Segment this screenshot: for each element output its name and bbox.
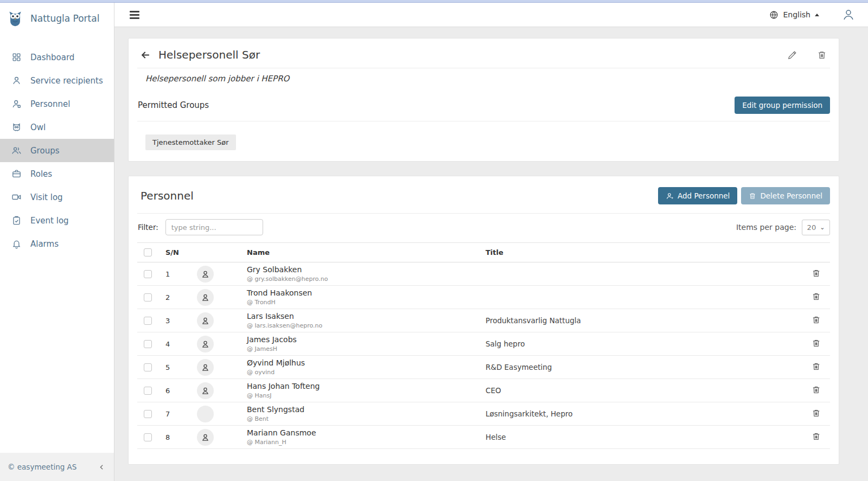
sidebar-item-event-log[interactable]: Event log — [0, 209, 114, 232]
copyright-text: © easymeeting AS — [8, 463, 76, 471]
sidebar-item-label: Dashboard — [30, 53, 74, 62]
topbar: English — [114, 0, 868, 27]
delete-personnel-label: Delete Personnel — [760, 191, 822, 200]
trash-icon — [812, 385, 821, 394]
main-content: Helsepersonell Sør Helsepersonell som jo… — [114, 27, 868, 481]
person-title: Produktansvarlig Nattugla — [486, 316, 581, 325]
person-icon — [201, 363, 210, 372]
edit-group-permission-button[interactable]: Edit group permission — [735, 97, 830, 114]
row-delete-button[interactable] — [812, 362, 821, 371]
select-all-checkbox[interactable] — [144, 248, 152, 256]
row-serial: 2 — [165, 293, 170, 302]
row-delete-button[interactable] — [812, 432, 821, 441]
delete-personnel-button[interactable]: Delete Personnel — [741, 187, 830, 204]
trash-icon — [812, 315, 821, 324]
items-per-page-select[interactable]: 20 ⌄ — [802, 220, 830, 235]
add-personnel-button[interactable]: Add Personnel — [658, 187, 737, 204]
pencil-icon — [787, 50, 797, 60]
row-delete-button[interactable] — [812, 315, 821, 324]
avatar — [197, 359, 214, 376]
sidebar-item-label: Groups — [30, 146, 59, 156]
person-name: James Jacobs — [247, 335, 477, 344]
person-icon — [201, 293, 210, 302]
filter-input[interactable] — [165, 219, 263, 235]
person-username: @ oyvind — [247, 369, 477, 376]
table-row: 6 Hans Johan Tofteng @ HansJ CEO — [137, 379, 830, 402]
page-title: Helsepersonell Sør — [158, 48, 778, 61]
person-title: Løsningsarkitekt, Hepro — [486, 409, 573, 418]
person-username: @ HansJ — [247, 392, 477, 399]
person-name: Gry Solbakken — [247, 265, 477, 274]
avatar — [197, 406, 214, 422]
person-username: @ gry.solbakken@hepro.no — [247, 275, 477, 283]
row-checkbox[interactable] — [144, 293, 152, 302]
trash-icon — [812, 408, 821, 418]
sidebar-item-service-recipients[interactable]: Service recipients — [0, 69, 114, 92]
user-icon — [842, 8, 855, 21]
dashboard-icon — [11, 52, 22, 62]
brand: Nattugla Portal — [0, 3, 114, 33]
sidebar-item-dashboard[interactable]: Dashboard — [0, 46, 114, 69]
person-icon — [201, 316, 210, 325]
sidebar-item-visit-log[interactable]: Visit log — [0, 185, 114, 209]
globe-icon — [769, 10, 778, 20]
row-serial: 1 — [165, 270, 170, 278]
hamburger-menu-button[interactable] — [127, 9, 142, 21]
language-selector[interactable]: English — [769, 10, 819, 20]
sidebar-collapse-button[interactable] — [98, 464, 105, 471]
person-name: Hans Johan Tofteng — [247, 382, 477, 390]
person-icon — [201, 270, 210, 279]
row-checkbox[interactable] — [144, 340, 152, 348]
avatar — [197, 289, 214, 306]
person-add-icon — [666, 192, 674, 200]
row-delete-button[interactable] — [812, 292, 821, 301]
row-delete-button[interactable] — [812, 408, 821, 418]
person-title: CEO — [486, 386, 501, 395]
row-checkbox[interactable] — [144, 270, 152, 278]
row-serial: 7 — [165, 410, 170, 418]
row-delete-button[interactable] — [812, 385, 821, 394]
table-row: 2 Trond Haakonsen @ TrondH — [137, 286, 830, 309]
account-button[interactable] — [842, 8, 855, 21]
clipboard-check-icon — [11, 215, 22, 226]
row-delete-button[interactable] — [812, 268, 821, 278]
sidebar-item-label: Visit log — [30, 193, 63, 202]
back-button[interactable] — [141, 50, 151, 60]
row-checkbox[interactable] — [144, 387, 152, 395]
sidebar-item-label: Owl — [30, 123, 46, 132]
people-icon — [11, 145, 22, 156]
trash-icon — [817, 50, 827, 60]
row-checkbox[interactable] — [144, 433, 152, 441]
person-name: Trond Haakonsen — [247, 288, 477, 297]
table-row: 5 Øyvind Mjølhus @ oyvind R&D Easymeetin… — [137, 356, 830, 379]
column-header-name: Name — [242, 243, 481, 262]
avatar — [197, 429, 214, 446]
sidebar-item-owl[interactable]: Owl — [0, 116, 114, 139]
person-username: @ JamesH — [247, 345, 477, 352]
person-title: Helse — [486, 433, 506, 441]
person-name: Lars Isaksen — [247, 312, 477, 320]
sidebar-item-personnel[interactable]: Personnel — [0, 92, 114, 116]
sidebar: Nattugla Portal Dashboard Service recipi… — [0, 0, 114, 481]
delete-group-button[interactable] — [816, 49, 828, 61]
person-username: @ lars.isaksen@hepro.no — [247, 322, 477, 329]
person-name: Bent Slyngstad — [247, 405, 477, 414]
person-name: Øyvind Mjølhus — [247, 358, 477, 367]
sidebar-item-roles[interactable]: Roles — [0, 162, 114, 185]
row-checkbox[interactable] — [144, 363, 152, 371]
edit-group-button[interactable] — [786, 49, 799, 61]
row-checkbox[interactable] — [144, 410, 152, 418]
person-icon — [11, 75, 22, 86]
row-delete-button[interactable] — [812, 338, 821, 348]
sidebar-footer: © easymeeting AS — [0, 453, 114, 481]
sidebar-item-groups[interactable]: Groups — [0, 139, 114, 162]
top-accent-strip — [0, 0, 868, 3]
person-username: @ Bent — [247, 415, 477, 422]
table-row: 7 Bent Slyngstad @ Bent Løsningsarkitekt… — [137, 402, 830, 426]
group-description: Helsepersonell som jobber i HEPRO — [145, 74, 830, 84]
row-checkbox[interactable] — [144, 317, 152, 325]
column-header-sn: S/N — [161, 243, 193, 262]
table-header-row: S/N Name Title — [137, 243, 830, 262]
sidebar-item-alarms[interactable]: Alarms — [0, 232, 114, 255]
language-label: English — [783, 10, 810, 19]
